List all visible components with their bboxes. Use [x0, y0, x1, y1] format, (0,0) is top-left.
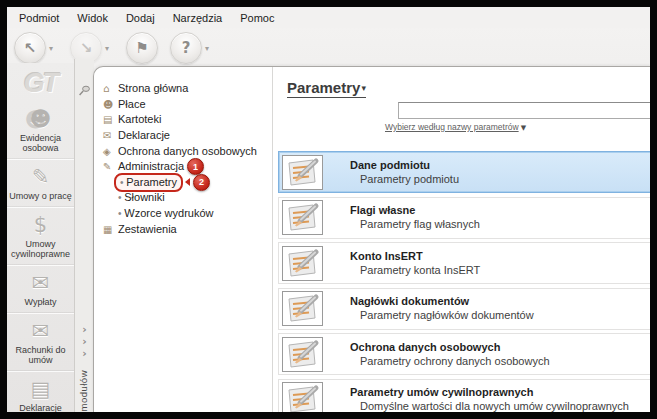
filter-by-name-link[interactable]: Wybierz według nazwy parametrów▼	[385, 122, 526, 132]
money-document-icon: $	[8, 213, 73, 237]
menu-narzedzia[interactable]: Narzędzia	[164, 9, 232, 27]
annotation-badge-2: 2	[193, 174, 210, 191]
tree-item-kartoteki[interactable]: ▤ Kartoteki	[94, 112, 272, 128]
list-item-konto-insert[interactable]: Konto InsERT Parametry konta InsERT	[278, 242, 650, 284]
parameter-icon	[282, 155, 323, 190]
annotation-badge-1: 1	[187, 158, 204, 175]
list-item-subtitle: Parametry ochrony danych osobowych	[360, 355, 550, 368]
shield-icon: ◈	[103, 146, 118, 157]
back-arrow-icon: ↖	[24, 39, 37, 57]
chevron-right-icon: ›	[75, 348, 94, 360]
documents-icon: ▤	[8, 377, 73, 401]
content-area: Parametry▾ Wybierz według nazwy parametr…	[272, 67, 650, 412]
collapsed-panel-strip[interactable]: › › › modułów	[74, 59, 94, 412]
flag-icon: ⚑	[135, 39, 148, 57]
toolbar: ↖ ▾ ↘ ▾ ⚑ ? ▾	[7, 28, 650, 68]
list-item-title: Dane podmiotu	[350, 159, 459, 172]
parameter-icon	[282, 337, 323, 372]
module-umowy-cywilnoprawne[interactable]: $ Umowy cywilnoprawne	[7, 206, 74, 264]
chevron-down-icon: ▾	[361, 83, 366, 93]
tree-item-slowniki[interactable]: Słowniki	[94, 190, 272, 206]
list-item-dane-podmiotu[interactable]: Dane podmiotu Parametry podmiotu	[278, 151, 650, 193]
list-item-title: Ochrona danych osobowych	[350, 341, 550, 354]
tree-item-strona-glowna[interactable]: ⌂ Strona główna	[94, 81, 272, 97]
person-icon: ☻	[103, 99, 118, 110]
parametry-highlight: Parametry	[114, 173, 183, 192]
forward-arrow-icon: ↘	[80, 39, 93, 57]
chevron-down-icon: ▼	[521, 124, 526, 132]
list-item-title: Konto InsERT	[350, 250, 480, 263]
back-button[interactable]: ↖	[14, 32, 46, 64]
page-title: Parametry	[287, 79, 360, 96]
notepad-pencil-icon: ✎	[103, 161, 118, 172]
module-wyplaty[interactable]: ✉ Wypłaty	[7, 264, 74, 312]
list-item-parametry-umow[interactable]: Parametry umów cywilnoprawnych Domyślne …	[278, 379, 650, 413]
list-item-subtitle: Parametry flag własnych	[360, 218, 480, 231]
home-icon: ⌂	[103, 83, 118, 94]
navigation-tree: ⌂ Strona główna ☻ Płace ▤ Kartoteki ✉ De…	[94, 67, 272, 412]
module-sidebar: GT ☻ Ewidencja osobowa ✎ Umowy o pracę $…	[7, 63, 74, 412]
folder-icon: ✉	[103, 130, 118, 141]
tree-item-ochrona-danych[interactable]: ◈ Ochrona danych osobowych	[94, 143, 272, 159]
annotation-arrow-icon	[185, 178, 190, 186]
module-deklaracje-skarbowe[interactable]: ▤ Deklaracje skarbowe	[7, 370, 74, 412]
parameter-icon	[282, 246, 323, 281]
list-item-ochrona-danych[interactable]: Ochrona danych osobowych Parametry ochro…	[278, 333, 650, 375]
envelope-open-icon: ✉	[8, 271, 73, 295]
question-mark-icon: ?	[182, 39, 191, 57]
search-input[interactable]	[398, 102, 650, 119]
pin-icon[interactable]	[78, 83, 91, 101]
flag-button[interactable]: ⚑	[126, 32, 158, 64]
module-rachunki-do-umow[interactable]: ✉ Rachunki do umów	[7, 312, 74, 370]
module-ewidencja-osobowa[interactable]: ☻ Ewidencja osobowa	[7, 101, 74, 158]
tree-item-parametry[interactable]: Parametry 2	[94, 175, 272, 191]
help-button[interactable]: ?	[170, 32, 202, 64]
list-item-flagi-wlasne[interactable]: Flagi własne Parametry flag własnych	[278, 197, 650, 239]
list-item-subtitle: Parametry nagłówków dokumentów	[360, 309, 534, 322]
chart-icon: ▦	[103, 224, 118, 235]
page-title-dropdown[interactable]: Parametry▾	[287, 79, 366, 98]
list-item-naglowki-dokumentow[interactable]: Nagłówki dokumentów Parametry nagłówków …	[278, 288, 650, 330]
app-window: Podmiot Widok Dodaj Narzędzia Pomoc ↖ ▾ …	[7, 7, 650, 412]
tree-item-place[interactable]: ☻ Płace	[94, 97, 272, 113]
people-icon: ☻	[8, 107, 73, 131]
list-item-title: Flagi własne	[350, 204, 480, 217]
menu-bar: Podmiot Widok Dodaj Narzędzia Pomoc	[7, 7, 650, 28]
back-dropdown-caret[interactable]: ▾	[49, 44, 53, 53]
menu-podmiot[interactable]: Podmiot	[10, 9, 68, 27]
list-item-subtitle: Domyślne wartości dla nowych umów cywiln…	[360, 400, 629, 412]
tree-item-zestawienia[interactable]: ▦ Zestawienia	[94, 221, 272, 237]
parameter-icon	[282, 382, 323, 412]
parameter-icon	[282, 200, 323, 235]
help-dropdown-caret[interactable]: ▾	[205, 44, 209, 53]
list-item-title: Nagłówki dokumentów	[350, 295, 534, 308]
expand-chevrons[interactable]: › › ›	[75, 324, 94, 360]
tree-item-deklaracje[interactable]: ✉ Deklaracje	[94, 128, 272, 144]
card-index-icon: ▤	[103, 114, 118, 125]
gt-logo: GT	[7, 65, 74, 101]
strip-vertical-label: modułów	[78, 370, 89, 412]
menu-dodaj[interactable]: Dodaj	[117, 9, 164, 27]
list-item-subtitle: Parametry konta InsERT	[360, 264, 480, 277]
menu-pomoc[interactable]: Pomoc	[231, 9, 283, 27]
parameters-list: Dane podmiotu Parametry podmiotu	[278, 151, 650, 412]
tree-item-wzorce-wydrukow[interactable]: Wzorce wydruków	[94, 206, 272, 222]
list-item-subtitle: Parametry podmiotu	[360, 173, 459, 186]
main-panel: ⌂ Strona główna ☻ Płace ▤ Kartoteki ✉ De…	[93, 66, 650, 412]
person-document-icon: ✎	[8, 165, 73, 189]
envelope-icon: ✉	[8, 319, 73, 343]
forward-dropdown-caret[interactable]: ▾	[105, 44, 109, 53]
module-umowy-o-prace[interactable]: ✎ Umowy o pracę	[7, 158, 74, 206]
menu-widok[interactable]: Widok	[68, 9, 117, 27]
parameter-icon	[282, 291, 323, 326]
list-item-title: Parametry umów cywilnoprawnych	[350, 386, 629, 399]
